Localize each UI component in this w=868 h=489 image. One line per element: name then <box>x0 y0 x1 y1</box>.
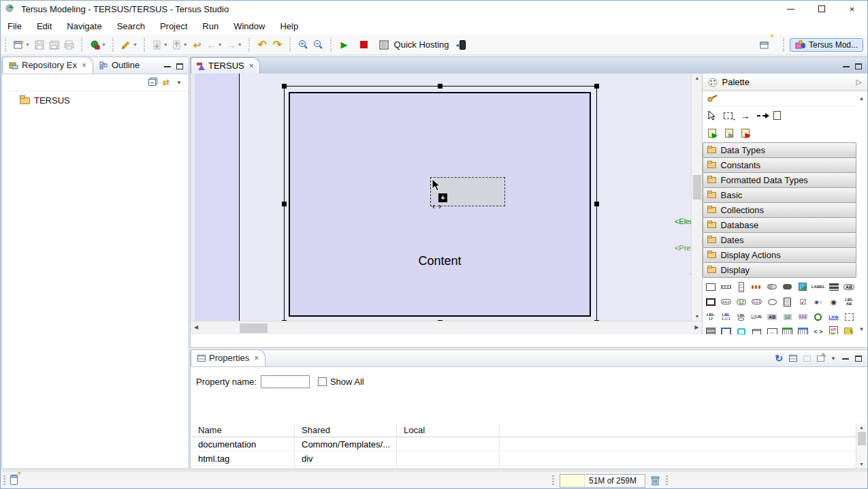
palette-item-dark-radio[interactable]: ◉ <box>826 294 841 309</box>
last-edit-location-button[interactable]: ↩ <box>191 37 204 53</box>
palette-item-rich-text[interactable]: ✎ <box>841 324 856 334</box>
scrollbar-thumb[interactable] <box>693 175 701 200</box>
scrollbar-thumb[interactable] <box>240 324 268 333</box>
menu-navigate[interactable]: Navigate <box>65 20 103 33</box>
palette-item-decimal-field[interactable]: 1.1.1 <box>749 294 765 309</box>
palette-item-radio[interactable]: ◉○ <box>811 294 826 309</box>
scroll-up-icon[interactable]: ▲ <box>692 76 702 80</box>
garbage-collect-icon[interactable] <box>651 475 660 486</box>
selection-handle[interactable] <box>282 84 287 89</box>
dropdown-arrow-icon[interactable]: ▼ <box>25 42 30 47</box>
tree-item-tersus[interactable]: TERSUS <box>34 95 70 106</box>
pause-point-icon[interactable]: ▶ <box>725 129 734 140</box>
dropdown-arrow-icon[interactable]: ▼ <box>238 42 242 47</box>
menu-search[interactable]: Search <box>116 20 146 33</box>
minimize-view-icon[interactable] <box>842 358 849 360</box>
menu-help[interactable]: Help <box>278 20 300 33</box>
scroll-down-icon[interactable]: ▼ <box>856 462 867 467</box>
selection-handle[interactable] <box>438 84 443 89</box>
zoom-in-button[interactable] <box>297 37 310 53</box>
close-button[interactable]: × <box>837 1 867 17</box>
palette-item-label-decimal[interactable]: LBL1.1.1 <box>718 309 734 324</box>
scroll-right-icon[interactable]: ▶ <box>694 324 698 330</box>
column-header-local[interactable]: Local <box>397 424 500 437</box>
palette-item-tab-folder[interactable] <box>749 324 765 334</box>
palette-item-decimal-input[interactable]: 1.1.1 <box>795 309 811 324</box>
mobile-preview-button[interactable]: ◂ <box>453 37 467 53</box>
new-window-icon[interactable] <box>803 356 811 362</box>
palette-item-data-table[interactable] <box>795 324 811 334</box>
column-header-name[interactable]: Name <box>191 424 295 437</box>
property-name-input[interactable] <box>261 375 310 388</box>
palette-item-label[interactable]: LABEL <box>811 279 826 294</box>
forward-button[interactable]: →▼ <box>225 37 244 53</box>
palette-item-label-oval[interactable]: LBL <box>734 309 750 324</box>
palette-item-cyan-pane[interactable] <box>734 324 750 334</box>
highlighter-button[interactable]: ▼ <box>120 37 139 53</box>
palette-item-pane[interactable] <box>703 279 718 294</box>
stop-point-icon[interactable]: ▶ <box>741 129 750 140</box>
palette-item-html[interactable]: HTML <box>826 324 841 334</box>
scrollbar-thumb[interactable] <box>858 432 866 445</box>
maximize-view-icon[interactable] <box>176 63 183 69</box>
import-table-icon[interactable] <box>789 355 797 362</box>
save-button[interactable] <box>33 37 46 53</box>
stop-button[interactable] <box>357 37 371 53</box>
palette-collapse-icon[interactable]: ▷ <box>856 78 862 86</box>
close-tab-icon[interactable]: × <box>82 61 86 70</box>
new-wizard-button[interactable]: ✦ ▼ <box>12 37 31 53</box>
palette-header[interactable]: Palette ▷ <box>703 74 867 91</box>
menu-window[interactable]: Window <box>232 20 266 33</box>
palette-item-repeater[interactable] <box>749 279 765 294</box>
flow-arrow-tool-icon[interactable]: → <box>740 111 750 121</box>
tab-properties[interactable]: Properties × <box>191 349 266 366</box>
palette-item-label-text-field[interactable]: LBLAB <box>841 294 856 309</box>
note-tool-icon[interactable] <box>773 111 781 120</box>
maximize-view-icon[interactable] <box>855 63 862 69</box>
print-button[interactable] <box>63 37 76 53</box>
minimize-button[interactable] <box>775 1 806 17</box>
save-all-button[interactable] <box>48 37 61 53</box>
selection-handle[interactable] <box>282 202 287 206</box>
menu-project[interactable]: Project <box>159 20 189 33</box>
palette-category-basic[interactable]: Basic <box>703 187 856 203</box>
menu-edit[interactable]: Edit <box>35 20 53 33</box>
palette-item-row[interactable] <box>718 279 734 294</box>
palette-item-text-area[interactable] <box>779 294 795 309</box>
link-with-editor-icon[interactable]: ⇄ <box>163 78 170 87</box>
scroll-down-icon[interactable]: ▼ <box>859 326 865 332</box>
palette-item-pill[interactable] <box>765 279 780 294</box>
view-menu-icon[interactable]: ▼ <box>831 356 836 362</box>
column-header-shared[interactable]: Shared <box>295 424 397 437</box>
palette-item-text-field[interactable]: AB <box>841 279 856 294</box>
palette-item-date-time[interactable] <box>811 309 826 324</box>
palette-category-dates[interactable]: Dates <box>703 232 856 248</box>
zoom-out-button[interactable] <box>312 37 325 53</box>
pushpin-icon[interactable] <box>707 94 718 103</box>
tab-repository-explorer[interactable]: Repository Ex × <box>2 57 93 74</box>
start-point-icon[interactable]: ▶ <box>708 129 717 140</box>
scroll-up-icon[interactable]: ▲ <box>856 425 867 430</box>
scroll-up-icon[interactable]: ▲ <box>859 95 865 101</box>
back-button[interactable]: ←▼ <box>206 37 224 53</box>
dropdown-arrow-icon[interactable]: ▼ <box>183 42 188 47</box>
show-all-checkbox[interactable] <box>318 377 327 386</box>
table-row[interactable]: html.tag div <box>191 452 856 466</box>
palette-item-number-input[interactable]: 12 <box>779 309 795 324</box>
refresh-icon[interactable]: ↻ <box>775 353 783 364</box>
table-row[interactable]: documentation Common/Templates/... <box>191 437 856 452</box>
select-tool-icon[interactable] <box>708 110 716 121</box>
tab-editor-tersus[interactable]: TERSUS × <box>191 57 260 74</box>
palette-category-display-actions[interactable]: Display Actions <box>703 247 856 263</box>
palette-item-label-number[interactable]: LBL12 <box>703 309 718 324</box>
selection-handle[interactable] <box>594 202 599 206</box>
palette-item-window[interactable] <box>718 324 734 334</box>
dropdown-arrow-icon[interactable]: ▼ <box>163 42 168 47</box>
palette-item-rows[interactable] <box>826 279 841 294</box>
palette-category-formatted-data-types[interactable]: Formatted Data Types <box>703 172 856 188</box>
maximize-button[interactable] <box>806 1 837 17</box>
model-canvas[interactable]: Content + ‹› <Eleme <Previo <N ▲ ▼ <box>191 74 702 321</box>
palette-item-checkbox[interactable]: ☑ <box>795 294 811 309</box>
palette-item-dashed-pane[interactable] <box>841 309 856 324</box>
palette-item-column[interactable] <box>734 279 750 294</box>
